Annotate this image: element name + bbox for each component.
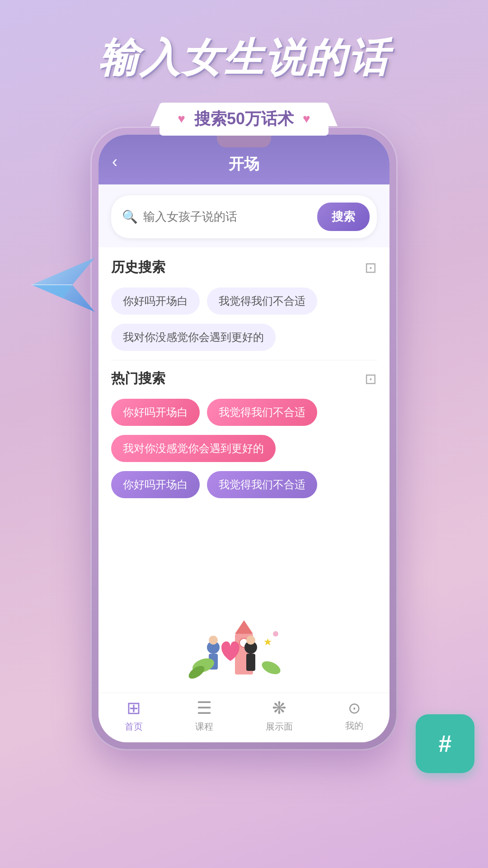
- main-title: 输入女生说的话: [0, 36, 488, 80]
- bottom-nav: ⊞ 首页 ☰ 课程 ❋ 展示面 ⊙ 我的: [99, 693, 389, 742]
- subtitle-banner: ♥ 搜索50万话术 ♥: [160, 103, 328, 136]
- phone-screen: ‹ 开场 🔍 搜索 历史搜索 ⊡: [99, 135, 389, 742]
- hot-tag-purple-0[interactable]: 你好吗开场白: [111, 471, 200, 498]
- nav-item-profile[interactable]: ⊙ 我的: [345, 699, 363, 732]
- hot-title: 热门搜索: [111, 369, 165, 388]
- hot-tag-pink-1[interactable]: 我觉得我们不合适: [207, 399, 317, 426]
- history-tag-2[interactable]: 我对你没感觉你会遇到更好的: [111, 324, 276, 351]
- bottom-illustration: [181, 607, 307, 688]
- svg-marker-1: [235, 620, 253, 634]
- svg-point-11: [260, 659, 282, 677]
- svg-rect-7: [246, 654, 255, 671]
- hot-tag-pink-0[interactable]: 你好吗开场白: [111, 399, 200, 426]
- back-button[interactable]: ‹: [112, 148, 117, 171]
- history-clear-icon[interactable]: ⊡: [365, 259, 377, 276]
- home-icon: ⊞: [127, 698, 141, 718]
- course-label: 课程: [195, 721, 213, 733]
- svg-marker-12: [264, 638, 272, 645]
- phone-mockup: ‹ 开场 🔍 搜索 历史搜索 ⊡: [90, 127, 398, 750]
- profile-label: 我的: [345, 720, 363, 732]
- heart-right-icon: ♥: [303, 112, 310, 126]
- history-tag-0[interactable]: 你好吗开场白: [111, 288, 200, 315]
- section-divider: [111, 360, 377, 360]
- hot-tag-purple-1[interactable]: 我觉得我们不合适: [207, 471, 317, 498]
- home-label: 首页: [125, 721, 143, 733]
- svg-point-5: [209, 636, 218, 645]
- history-section-header: 历史搜索 ⊡: [111, 258, 377, 277]
- showcase-label: 展示面: [266, 721, 293, 733]
- history-tags: 你好吗开场白 我觉得我们不合适: [111, 288, 377, 315]
- search-area: 🔍 搜索: [99, 184, 389, 247]
- hot-tags-row-1: 你好吗开场白 我觉得我们不合适: [111, 399, 377, 426]
- svg-point-13: [273, 631, 278, 637]
- heart-left-icon: ♥: [178, 112, 185, 126]
- header-title: 开场: [229, 154, 259, 175]
- nav-item-course[interactable]: ☰ 课程: [195, 698, 213, 733]
- showcase-icon: ❋: [272, 698, 286, 718]
- hot-tags-row-2: 我对你没感觉你会遇到更好的: [111, 435, 377, 462]
- svg-point-8: [246, 636, 255, 645]
- subtitle-text: 搜索50万话术: [194, 108, 294, 130]
- history-tags-2: 我对你没感觉你会遇到更好的: [111, 324, 377, 351]
- history-title: 历史搜索: [111, 258, 165, 277]
- search-input[interactable]: [143, 210, 312, 224]
- content-area: 历史搜索 ⊡ 你好吗开场白 我觉得我们不合适 我对你没感觉你会遇到更好的 热门搜…: [99, 247, 389, 518]
- nav-item-showcase[interactable]: ❋ 展示面: [266, 698, 293, 733]
- hot-tags-row-3: 你好吗开场白 我觉得我们不合适: [111, 471, 377, 498]
- paper-plane-decoration: [27, 253, 99, 316]
- top-banner: 输入女生说的话 ♥ 搜索50万话术 ♥: [0, 0, 488, 149]
- trey-badge[interactable]: #: [416, 714, 474, 773]
- history-tag-1[interactable]: 我觉得我们不合适: [207, 288, 317, 315]
- search-button[interactable]: 搜索: [317, 203, 370, 231]
- nav-item-home[interactable]: ⊞ 首页: [125, 698, 143, 733]
- hot-section-header: 热门搜索 ⊡: [111, 369, 377, 388]
- profile-icon: ⊙: [348, 699, 361, 717]
- course-icon: ☰: [197, 698, 212, 718]
- hot-clear-icon[interactable]: ⊡: [365, 370, 377, 387]
- search-icon: 🔍: [122, 209, 138, 224]
- hashtag-icon: #: [439, 730, 452, 757]
- hot-tag-pink-2[interactable]: 我对你没感觉你会遇到更好的: [111, 435, 276, 462]
- search-bar: 🔍 搜索: [111, 195, 377, 238]
- phone-frame: ‹ 开场 🔍 搜索 历史搜索 ⊡: [90, 127, 398, 750]
